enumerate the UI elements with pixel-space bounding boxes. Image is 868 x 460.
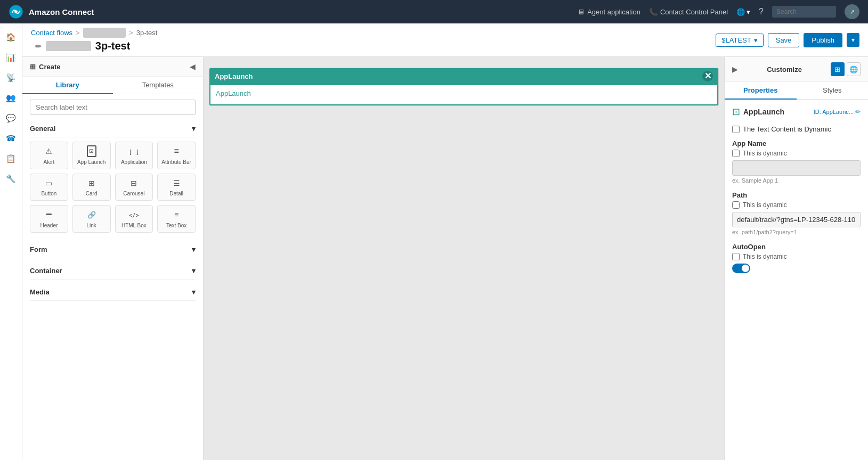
save-button[interactable]: Save	[768, 33, 800, 47]
library-search	[22, 94, 203, 120]
search-input[interactable]	[772, 6, 836, 18]
lib-item-carousel[interactable]: Carousel	[115, 174, 153, 201]
expand-props-button[interactable]: ▶	[732, 65, 738, 73]
path-sublabel: This is dynamic	[732, 201, 861, 209]
section-general[interactable]: General ▾	[30, 120, 196, 137]
chevron-down-icon: ▾	[192, 288, 196, 296]
lib-item-button[interactable]: Button	[30, 174, 68, 201]
sidebar-home[interactable]: 🏠	[3, 29, 20, 46]
props-grid-view-button[interactable]: ⊞	[831, 62, 845, 76]
tab-properties[interactable]: Properties	[725, 82, 797, 100]
lib-item-card[interactable]: Card	[72, 174, 111, 201]
app-logo: Amazon Connect	[9, 4, 94, 19]
section-media[interactable]: Media ▾	[30, 284, 196, 301]
component-name: AppLaunch	[743, 108, 784, 116]
publish-button[interactable]: Publish	[804, 33, 842, 47]
props-view-buttons: ⊞ 🌐	[831, 62, 861, 76]
chevron-down-icon: ▾	[192, 267, 196, 275]
auto-open-sublabel: This is dynamic	[732, 253, 861, 260]
help-icon[interactable]: ?	[759, 7, 764, 17]
canvas-block-title: AppLaunch	[215, 72, 253, 80]
path-field: Path This is dynamic ex. path1/path2?que…	[732, 191, 861, 235]
lib-item-html-box[interactable]: HTML Box	[115, 205, 153, 233]
path-input[interactable]	[732, 212, 861, 227]
library-tabs: Library Templates	[22, 77, 203, 94]
sidebar-contact[interactable]: ☎	[3, 130, 20, 147]
app-name-field: App Name This is dynamic ex. Sample App …	[732, 139, 861, 184]
lib-item-alert[interactable]: Alert	[30, 142, 68, 169]
component-id[interactable]: ID: AppLaunc... ✏	[814, 108, 861, 116]
app-launch-label: App Launch	[77, 159, 106, 166]
component-icon: ⊡	[732, 106, 740, 118]
tab-styles[interactable]: Styles	[797, 82, 869, 100]
lib-item-text-box[interactable]: Text Box	[157, 205, 196, 233]
auto-open-toggle[interactable]	[732, 264, 750, 273]
lib-item-app-launch[interactable]: ⊡ App Launch	[72, 142, 111, 169]
user-avatar[interactable]: ↗	[845, 4, 859, 19]
sidebar-routing[interactable]: 📡	[3, 69, 20, 86]
canvas-area[interactable]: AppLaunch ✕ AppLaunch	[204, 57, 724, 460]
section-container[interactable]: Container ▾	[30, 262, 196, 280]
canvas-block-applaunch[interactable]: AppLaunch ✕ AppLaunch	[209, 68, 719, 106]
app-name-sublabel: This is dynamic	[732, 150, 861, 157]
general-grid: Alert ⊡ App Launch Application	[30, 142, 196, 233]
lib-item-attribute-bar[interactable]: Attribute Bar	[157, 142, 196, 169]
lib-item-detail[interactable]: Detail	[157, 174, 196, 201]
sidebar-integrations[interactable]: 🔧	[3, 170, 20, 187]
breadcrumb-parent: blurred	[83, 28, 126, 38]
agent-app-button[interactable]: 🖥 Agent application	[578, 8, 640, 16]
lib-item-application[interactable]: Application	[115, 142, 153, 169]
auto-open-field: AutoOpen This is dynamic	[732, 243, 861, 273]
toolbar-right: $LATEST ▾ Save Publish ▾	[716, 33, 859, 47]
canvas-block-close-button[interactable]: ✕	[702, 71, 713, 81]
title-blur: blurred	[46, 41, 91, 51]
editor-area: ⊞ Create ◀ Library Templates General	[22, 57, 868, 460]
sidebar-channels[interactable]: 💬	[3, 110, 20, 127]
properties-panel: ▶ Customize ⊞ 🌐 Properties Styles ⊡	[724, 57, 868, 460]
props-component-header: ⊡ AppLaunch ID: AppLaunc... ✏	[732, 106, 861, 118]
application-label: Application	[121, 159, 147, 166]
edit-icon[interactable]: ✏	[35, 42, 42, 51]
publish-dropdown-button[interactable]: ▾	[847, 33, 859, 47]
version-label: $LATEST	[721, 36, 751, 44]
tab-library[interactable]: Library	[22, 77, 113, 94]
lib-item-header[interactable]: Header	[30, 205, 68, 233]
dynamic-text-checkbox[interactable]	[732, 126, 740, 133]
auto-open-dynamic-checkbox[interactable]	[732, 253, 740, 260]
app-name: Amazon Connect	[29, 7, 94, 17]
app-launch-icon: ⊡	[87, 145, 96, 157]
edit-id-icon[interactable]: ✏	[855, 108, 861, 116]
tab-templates[interactable]: Templates	[113, 77, 204, 94]
breadcrumb-contact-flows[interactable]: Contact flows	[31, 29, 72, 37]
header-label: Header	[40, 223, 58, 229]
detail-icon	[173, 177, 180, 189]
top-navigation: Amazon Connect 🖥 Agent application 📞 Con…	[0, 0, 868, 23]
path-dynamic-checkbox[interactable]	[732, 201, 740, 209]
library-panel: ⊞ Create ◀ Library Templates General	[22, 57, 204, 460]
monitor-icon: 🖥	[578, 8, 585, 16]
toolbar: Contact flows > blurred > 3p-test ✏ blur…	[22, 23, 868, 57]
language-selector[interactable]: 🌐 ▾	[736, 8, 750, 16]
app-name-input[interactable]	[732, 160, 861, 176]
sidebar-users[interactable]: 👥	[3, 89, 20, 106]
carousel-icon	[131, 177, 137, 189]
props-globe-view-button[interactable]: 🌐	[847, 62, 861, 76]
html-box-label: HTML Box	[121, 223, 147, 229]
chevron-down-icon: ▾	[754, 36, 758, 44]
auto-open-label: AutoOpen	[732, 243, 861, 251]
app-name-dynamic-checkbox[interactable]	[732, 150, 740, 157]
section-form[interactable]: Form ▾	[30, 241, 196, 258]
sidebar-tasks[interactable]: 📋	[3, 150, 20, 167]
icon-sidebar: 🏠 📊 📡 👥 💬 ☎ 📋 🔧	[0, 23, 22, 460]
search-label-input[interactable]	[30, 100, 196, 115]
lib-item-link[interactable]: Link	[72, 205, 111, 233]
contact-panel-button[interactable]: 📞 Contact Control Panel	[649, 8, 728, 16]
collapse-library-button[interactable]: ◀	[190, 62, 196, 71]
detail-label: Detail	[169, 191, 183, 197]
chevron-up-icon: ▾	[192, 125, 196, 133]
version-dropdown[interactable]: $LATEST ▾	[716, 34, 763, 47]
svg-point-1	[14, 10, 18, 13]
sidebar-analytics[interactable]: 📊	[3, 49, 20, 66]
alert-label: Alert	[44, 159, 55, 166]
library-panel-title: ⊞ Create	[30, 63, 60, 71]
